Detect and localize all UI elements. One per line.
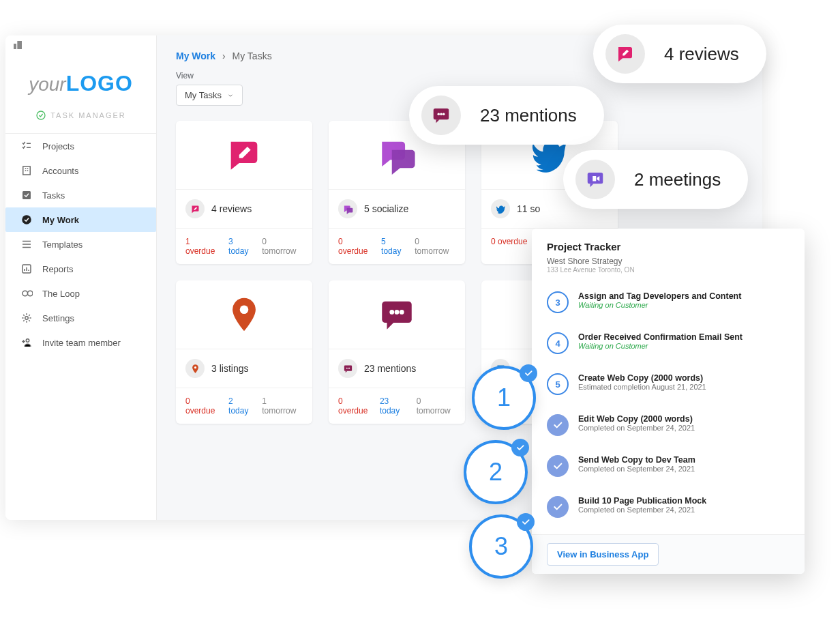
tracker-steps: 3Assign and Tag Developers and ContentWa… xyxy=(547,282,790,527)
pill-mentions[interactable]: 23 mentions xyxy=(409,86,604,145)
svg-point-14 xyxy=(25,317,29,320)
sidebar-item-accounts[interactable]: Accounts xyxy=(5,158,156,183)
big-step-1: 1 xyxy=(472,366,536,430)
project-tracker-panel: Project Tracker West Shore Strategy 133 … xyxy=(532,229,805,574)
task-icon xyxy=(20,189,33,201)
bird-mini-icon xyxy=(491,199,510,218)
tracker-footer: View in Business App xyxy=(532,534,805,574)
check-icon xyxy=(520,364,537,382)
card-listings[interactable]: 3 listings 0 overdue2 today1 tomorrow xyxy=(176,280,312,424)
check-circle-icon xyxy=(35,110,46,121)
svg-rect-11 xyxy=(22,191,31,199)
logo-second: LOGO xyxy=(66,71,133,96)
templates-icon xyxy=(20,238,33,250)
check-icon xyxy=(517,513,535,531)
svg-point-15 xyxy=(26,339,29,343)
review-icon xyxy=(605,34,645,74)
check-icon xyxy=(511,439,529,456)
view-business-app-button[interactable]: View in Business App xyxy=(547,543,659,566)
chevron-down-icon xyxy=(227,92,234,99)
mention-icon xyxy=(421,96,461,135)
pin-mini-icon xyxy=(185,359,205,378)
svg-rect-10 xyxy=(23,166,31,175)
mention-icon xyxy=(377,295,417,334)
sidebar-item-settings[interactable]: Settings xyxy=(5,306,156,330)
review-icon xyxy=(224,135,264,175)
sidebar-item-tasks[interactable]: Tasks xyxy=(5,183,156,207)
social-mini-icon xyxy=(338,199,357,218)
tracker-step: Build 10 Page Publication MockCompleted … xyxy=(547,486,790,527)
meeting-icon xyxy=(575,160,615,199)
logo-first: your xyxy=(29,74,65,95)
svg-point-12 xyxy=(22,215,31,224)
card-mentions[interactable]: 23 mentions 0 overdue23 today0 tomorrow xyxy=(329,280,465,424)
invite-icon xyxy=(20,336,33,349)
tracker-step: 4Order Received Confirmation Email SentW… xyxy=(547,323,790,364)
sidebar-item-reports[interactable]: Reports xyxy=(5,257,156,281)
task-manager-label: Task Manager xyxy=(5,103,156,133)
tracker-step: 3Assign and Tag Developers and ContentWa… xyxy=(547,282,790,323)
logo: yourLOGO xyxy=(5,59,156,103)
sidebar-item-invite[interactable]: Invite team member xyxy=(5,330,156,355)
check-icon xyxy=(547,414,569,436)
sidebar-item-projects[interactable]: Projects xyxy=(5,134,156,158)
tracker-step: Edit Web Copy (2000 words)Completed on S… xyxy=(547,405,790,446)
card-reviews[interactable]: 4 reviews 1 overdue3 today0 tomorrow xyxy=(176,121,312,264)
chart-icon xyxy=(20,263,33,275)
pin-icon xyxy=(224,295,264,334)
pill-meetings[interactable]: 2 meetings xyxy=(563,150,748,209)
sidebar-item-templates[interactable]: Templates xyxy=(5,232,156,257)
tracker-subtitle: West Shore Strategy xyxy=(547,257,790,266)
check-icon xyxy=(547,455,569,477)
tracker-step: Send Web Copy to Dev TeamCompleted on Se… xyxy=(547,446,790,486)
check-filled-icon xyxy=(20,214,33,226)
sidebar: yourLOGO Task Manager Projects Accounts … xyxy=(5,35,157,520)
chevron-right-icon: › xyxy=(222,50,226,61)
tracker-address: 133 Lee Avenue Toronto, ON xyxy=(547,266,790,274)
mention-mini-icon xyxy=(338,359,357,378)
nav: Projects Accounts Tasks My Work Template… xyxy=(5,133,156,355)
big-step-3: 3 xyxy=(469,514,533,579)
building-icon xyxy=(12,40,23,53)
check-icon xyxy=(547,496,569,518)
tracker-step: 5Create Web Copy (2000 words)Estimated c… xyxy=(547,364,790,405)
breadcrumb-root[interactable]: My Work xyxy=(176,50,215,61)
pill-reviews[interactable]: 4 reviews xyxy=(593,25,766,83)
loop-icon xyxy=(20,287,33,300)
sidebar-item-mywork[interactable]: My Work xyxy=(5,207,156,232)
svg-point-9 xyxy=(37,111,45,119)
big-step-2: 2 xyxy=(464,440,528,504)
sidebar-item-loop[interactable]: The Loop xyxy=(5,281,156,306)
tracker-title: Project Tracker xyxy=(547,241,790,252)
breadcrumb-current: My Tasks xyxy=(232,50,272,61)
checklist-icon xyxy=(20,140,33,152)
building-icon xyxy=(20,164,33,177)
gear-icon xyxy=(20,312,33,324)
view-select[interactable]: My Tasks xyxy=(176,85,243,106)
review-mini-icon xyxy=(185,199,205,218)
social-icon xyxy=(377,135,417,175)
